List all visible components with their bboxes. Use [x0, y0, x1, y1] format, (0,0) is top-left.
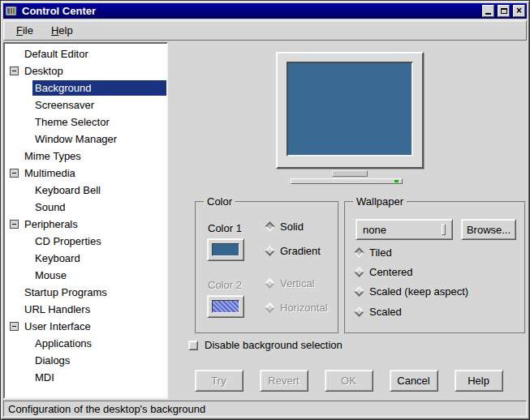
radio-label: Centered: [369, 266, 412, 278]
tree-item-desktop[interactable]: Desktop: [5, 62, 166, 79]
category-tree[interactable]: Default EditorDesktopBackgroundScreensav…: [3, 42, 168, 399]
radio-label: Solid: [280, 221, 304, 233]
tree-item-label: MDI: [32, 370, 166, 385]
tree-item-mouse[interactable]: Mouse: [5, 267, 166, 284]
wallpaper-radio-tiled[interactable]: Tiled: [355, 246, 392, 259]
tree-item-keyboard[interactable]: Keyboard: [5, 250, 166, 267]
tree-item-keyboard-bell[interactable]: Keyboard Bell: [5, 182, 166, 199]
window-title: Control Center: [20, 5, 479, 17]
radio-icon: [354, 247, 364, 258]
radio-icon: [265, 221, 275, 232]
tree-item-peripherals[interactable]: Peripherals: [5, 216, 166, 233]
tree-item-multimedia[interactable]: Multimedia: [5, 165, 166, 182]
tree-item-url-handlers[interactable]: URL Handlers: [5, 301, 166, 318]
tree-item-label: Mouse: [32, 268, 166, 283]
tree-item-screensaver[interactable]: Screensaver: [5, 96, 166, 114]
color-radio-solid[interactable]: Solid: [266, 221, 304, 233]
tree-item-label: Theme Selector: [32, 114, 166, 130]
tree-item-label: Peripherals: [22, 216, 166, 232]
maximize-icon: [501, 8, 507, 14]
monitor-stand: [332, 170, 368, 177]
tree-item-startup-programs[interactable]: Startup Programs: [5, 284, 166, 301]
tree-item-label: Applications: [32, 336, 166, 351]
tree-item-label: Default Editor: [22, 46, 166, 62]
tree-item-label: CD Properties: [32, 234, 166, 249]
radio-icon: [265, 246, 275, 256]
cancel-button[interactable]: Cancel: [390, 370, 438, 392]
tree-item-sound[interactable]: Sound: [5, 199, 166, 216]
try-button[interactable]: Try: [195, 370, 243, 392]
maximize-button[interactable]: [498, 5, 510, 17]
tree-expander-icon[interactable]: [10, 169, 19, 178]
tree-item-label: Keyboard Bell: [32, 182, 166, 198]
tree-item-label: Sound: [32, 199, 166, 215]
tree-item-cd-properties[interactable]: CD Properties: [5, 233, 166, 250]
wallpaper-radio-centered[interactable]: Centered: [355, 266, 412, 278]
tree-item-label: Startup Programs: [22, 285, 166, 300]
radio-label: Scaled: [369, 306, 402, 318]
color-section: Color Color 1 Color 2 SolidGradientVerti…: [195, 201, 339, 334]
ok-button[interactable]: OK: [325, 370, 373, 392]
wallpaper-mode-radios: TiledCenteredScaled (keep aspect)Scaled: [346, 203, 524, 332]
radio-label: Vertical: [280, 277, 315, 289]
settings-panel: Color Color 1 Color 2 SolidGradientVerti…: [170, 42, 527, 399]
checkbox-icon[interactable]: [188, 341, 198, 350]
tree-item-applications[interactable]: Applications: [5, 335, 166, 352]
minimize-icon: [485, 13, 491, 15]
color-radio-horizontal[interactable]: Horizontal: [266, 302, 328, 314]
app-icon: [5, 5, 17, 17]
tree-item-label: Multimedia: [22, 165, 166, 181]
menu-help[interactable]: Help: [43, 22, 81, 39]
monitor-base: [291, 178, 403, 184]
tree-item-label: Screensaver: [32, 97, 166, 113]
color-type-radios: SolidGradientVerticalHorizontal: [196, 203, 338, 332]
main-area: Default EditorDesktopBackgroundScreensav…: [3, 42, 527, 399]
minimize-button[interactable]: [482, 5, 494, 17]
tree-item-label: Window Manager: [32, 131, 166, 147]
radio-icon: [265, 302, 275, 313]
radio-label: Horizontal: [280, 302, 328, 314]
tree-item-label: URL Handlers: [22, 302, 166, 317]
wallpaper-radio-scaled[interactable]: Scaled: [355, 306, 402, 318]
tree-item-mdi[interactable]: MDI: [5, 369, 166, 386]
tree-item-mime-types[interactable]: Mime Types: [5, 148, 166, 165]
color-radio-gradient[interactable]: Gradient: [266, 245, 321, 257]
action-button-bar: TryRevertOKCancelHelp: [170, 370, 527, 392]
tree-item-label: Keyboard: [32, 251, 166, 266]
menu-file[interactable]: File: [8, 22, 41, 39]
tree-item-label: Desktop: [22, 63, 166, 79]
preview-screen: [287, 62, 413, 156]
color-radio-vertical[interactable]: Vertical: [266, 277, 315, 289]
titlebar[interactable]: Control Center ×: [3, 3, 527, 19]
radio-icon: [354, 286, 364, 297]
radio-label: Gradient: [280, 245, 321, 257]
help-button[interactable]: Help: [455, 370, 503, 392]
radio-icon: [354, 267, 364, 277]
tree-item-dialogs[interactable]: Dialogs: [5, 352, 166, 369]
tree-item-label: Dialogs: [32, 353, 166, 368]
tree-expander-icon[interactable]: [10, 220, 19, 229]
close-icon: ×: [516, 6, 522, 15]
wallpaper-section: Wallpaper none Browse... TiledCenteredSc…: [344, 201, 526, 334]
revert-button[interactable]: Revert: [260, 370, 308, 392]
disable-bg-label: Disable background selection: [205, 339, 343, 351]
radio-icon: [354, 306, 364, 317]
tree-expander-icon[interactable]: [10, 322, 19, 331]
statusbar: Configuration of the desktop's backgroun…: [3, 401, 527, 417]
tree-item-user-interface[interactable]: User Interface: [5, 318, 166, 335]
menubar: FileHelp: [3, 20, 527, 41]
status-text: Configuration of the desktop's backgroun…: [8, 403, 205, 415]
background-preview-monitor: [276, 52, 424, 169]
tree-item-theme-selector[interactable]: Theme Selector: [5, 114, 166, 131]
disable-bg-checkbox-row[interactable]: Disable background selection: [188, 339, 343, 351]
radio-label: Scaled (keep aspect): [369, 285, 468, 298]
close-button[interactable]: ×: [513, 5, 525, 17]
tree-expander-icon[interactable]: [10, 66, 19, 75]
tree-item-default-editor[interactable]: Default Editor: [5, 45, 166, 62]
radio-icon: [265, 278, 275, 289]
tree-item-window-manager[interactable]: Window Manager: [5, 131, 166, 148]
wallpaper-radio-scaled-keep-aspect[interactable]: Scaled (keep aspect): [355, 285, 468, 298]
power-led-icon: [394, 180, 399, 182]
tree-item-label: Mime Types: [22, 148, 166, 164]
tree-item-background[interactable]: Background: [5, 79, 166, 96]
